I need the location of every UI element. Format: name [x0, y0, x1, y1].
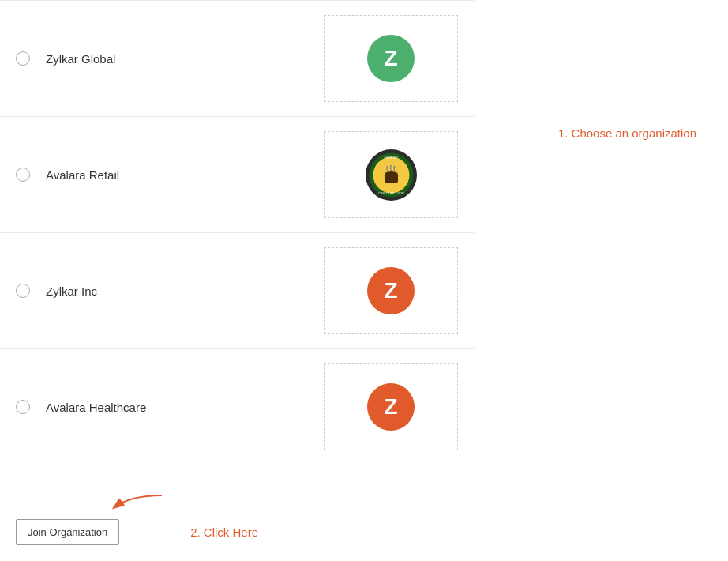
logo-avalara-retail: CIRCULAR LOOP GENERIC — [366, 149, 417, 201]
step2-hint: 2. Click Here — [190, 525, 258, 539]
logo-box-zylkar-global: Z — [324, 15, 458, 102]
org-item-avalara-retail: Avalara Retail CIRCULAR LOOP GENER — [0, 117, 474, 233]
org-name-zylkar-inc: Zylkar Inc — [46, 284, 324, 298]
org-item-zylkar-global: Zylkar Global Z — [0, 0, 474, 117]
step1-hint: 1. Choose an organization — [558, 126, 696, 140]
bottom-section: Join Organization 2. Click Here — [0, 519, 274, 545]
svg-rect-3 — [385, 173, 398, 183]
radio-zylkar-inc[interactable] — [16, 284, 30, 298]
org-name-avalara-healthcare: Avalara Healthcare — [46, 401, 324, 414]
org-item-zylkar-inc: Zylkar Inc Z — [0, 233, 474, 349]
org-item-avalara-healthcare: Avalara Healthcare Z — [0, 349, 474, 465]
org-list: Zylkar Global Z Avalara Retail — [0, 0, 474, 465]
logo-zylkar-inc: Z — [367, 267, 415, 314]
org-name-avalara-retail: Avalara Retail — [46, 168, 324, 182]
org-name-zylkar-global: Zylkar Global — [46, 52, 324, 66]
logo-box-avalara-retail: CIRCULAR LOOP GENERIC — [324, 131, 458, 218]
logo-box-zylkar-inc: Z — [324, 247, 458, 334]
svg-text:GENERIC: GENERIC — [384, 156, 398, 160]
join-organization-button[interactable]: Join Organization — [16, 519, 119, 545]
radio-avalara-retail[interactable] — [16, 168, 30, 182]
logo-avalara-healthcare: Z — [367, 383, 415, 431]
main-container: Zylkar Global Z Avalara Retail — [0, 0, 728, 561]
logo-box-avalara-healthcare: Z — [324, 363, 458, 450]
arrow-icon — [107, 491, 170, 523]
radio-avalara-healthcare[interactable] — [16, 400, 30, 414]
svg-text:CIRCULAR LOOP: CIRCULAR LOOP — [378, 191, 404, 195]
logo-zylkar-global: Z — [367, 35, 415, 82]
radio-zylkar-global[interactable] — [16, 51, 30, 66]
